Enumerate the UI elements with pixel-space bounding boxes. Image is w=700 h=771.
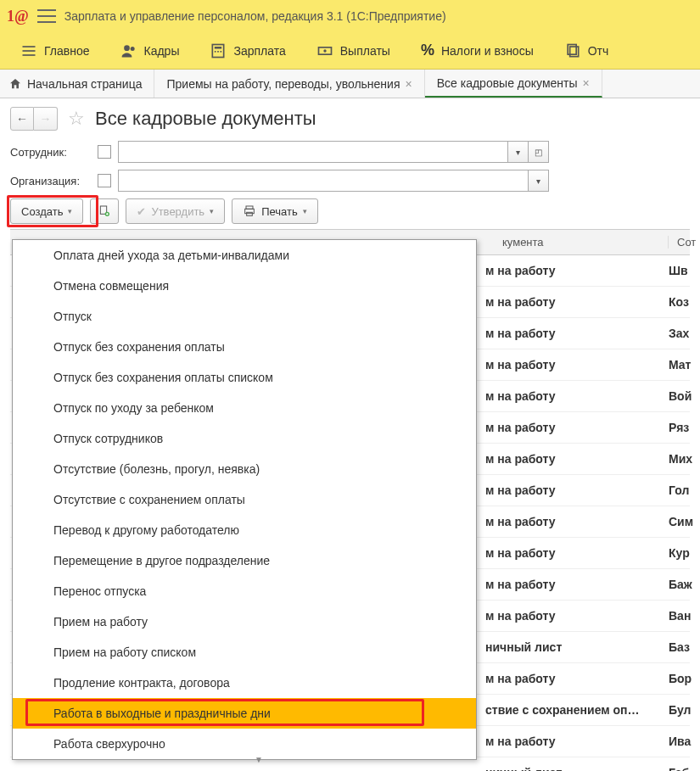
nav-label: Налоги и взносы (441, 44, 534, 58)
org-combo: ▾ (118, 170, 549, 192)
open-button[interactable]: ◰ (529, 141, 549, 163)
calc-icon (210, 42, 227, 59)
dropdown-item[interactable]: Отпуск (13, 301, 476, 332)
svg-rect-7 (215, 51, 216, 53)
nav-label: Зарплата (233, 44, 285, 58)
svg-rect-6 (215, 47, 221, 49)
dropdown-item[interactable]: Работа сверхурочно (13, 729, 476, 759)
filter-label: Организация: (10, 175, 91, 187)
tab-home[interactable]: Начальная страница (0, 70, 154, 98)
svg-rect-2 (23, 54, 36, 56)
print-button[interactable]: Печать ▾ (232, 198, 318, 224)
copy-plus-icon (98, 204, 111, 218)
cell-emp: Баж (669, 578, 700, 591)
nav-kadry[interactable]: Кадры (105, 32, 195, 69)
svg-rect-16 (246, 206, 253, 209)
col-emp[interactable]: Сот (669, 236, 700, 249)
svg-rect-8 (218, 51, 220, 53)
back-button[interactable]: ← (10, 107, 34, 131)
dropdown-button[interactable]: ▾ (529, 170, 549, 192)
copy-icon (564, 42, 581, 59)
caret-down-icon: ▾ (210, 207, 214, 215)
cell-emp: Ван (669, 609, 700, 623)
org-checkbox[interactable] (98, 174, 111, 187)
cell-emp: Кур (669, 546, 700, 560)
nav-vyplaty[interactable]: Выплаты (301, 32, 406, 69)
svg-point-4 (130, 47, 134, 51)
dropdown-item[interactable]: Перенос отпуска (13, 576, 476, 606)
cell-emp: Мат (669, 358, 700, 372)
cell-emp: Габ (669, 766, 700, 771)
approve-button[interactable]: ✔ Утвердить ▾ (126, 198, 225, 224)
dropdown-item[interactable]: Оплата дней ухода за детьми-инвалидами (13, 240, 476, 271)
close-icon[interactable]: × (406, 77, 412, 91)
cell-emp: Коз (669, 295, 700, 309)
dropdown-item[interactable]: Отсутствие (болезнь, прогул, неявка) (13, 454, 476, 484)
dropdown-item[interactable]: Продление контракта, договора (13, 668, 476, 698)
filter-label: Сотрудник: (10, 146, 91, 159)
svg-rect-18 (247, 212, 253, 215)
tab-label: Начальная страница (27, 77, 142, 91)
cell-emp: Бул (669, 703, 700, 717)
hamburger-icon[interactable] (37, 9, 56, 23)
logo-1c: 1@ (7, 8, 29, 25)
list-icon (20, 42, 37, 59)
tab-priem[interactable]: Приемы на работу, переводы, увольнения × (154, 70, 424, 98)
svg-point-11 (323, 49, 326, 52)
dropdown-item[interactable]: Перевод к другому работодателю (13, 515, 476, 545)
svg-rect-1 (23, 50, 36, 52)
dropdown-item[interactable]: Отмена совмещения (13, 271, 476, 301)
filter-org: Организация: ▾ (10, 170, 690, 192)
caret-down-icon: ▾ (303, 207, 307, 215)
cell-emp: Зах (669, 327, 700, 340)
page-title: Все кадровые документы (95, 108, 316, 130)
employee-input[interactable] (118, 141, 508, 163)
svg-rect-9 (221, 51, 222, 53)
dropdown-item[interactable]: Отпуск без сохранения оплаты списком (13, 362, 476, 393)
print-icon (243, 204, 256, 218)
main-nav: Главное Кадры Зарплата Выплаты % Налоги … (0, 32, 700, 70)
close-icon[interactable]: × (583, 76, 590, 90)
nav-label: Кадры (144, 44, 180, 58)
cell-emp: Мих (669, 452, 700, 466)
nav-label: Главное (44, 44, 90, 58)
employee-combo: ▾ ◰ (118, 141, 549, 163)
copy-button[interactable] (90, 198, 119, 224)
dropdown-item[interactable]: Отпуск сотрудников (13, 423, 476, 454)
nav-nalogi[interactable]: % Налоги и взносы (406, 32, 549, 69)
dropdown-item[interactable]: Работа в выходные и праздничные дни (13, 698, 476, 729)
page-header: ← → ☆ Все кадровые документы (10, 107, 690, 131)
dropdown-item[interactable]: Отпуск по уходу за ребенком (13, 393, 476, 423)
dropdown-item[interactable]: Прием на работу списком (13, 637, 476, 668)
dropdown-item[interactable]: Отпуск без сохранения оплаты (13, 332, 476, 362)
star-icon[interactable]: ☆ (64, 107, 88, 131)
employee-checkbox[interactable] (98, 145, 111, 159)
svg-point-3 (124, 45, 130, 51)
nav-otchety[interactable]: Отч (549, 32, 624, 69)
people-icon (120, 42, 137, 59)
dropdown-item[interactable]: Прием на работу (13, 606, 476, 637)
cell-emp: Ива (669, 735, 700, 748)
dropdown-item[interactable]: Перемещение в другое подразделение (13, 545, 476, 576)
cell-emp: Баз (669, 640, 700, 654)
titlebar: 1@ Зарплата и управление персоналом, ред… (0, 0, 700, 32)
forward-button[interactable]: → (34, 107, 58, 131)
tab-kadrovye[interactable]: Все кадровые документы × (425, 70, 602, 98)
home-icon (8, 77, 22, 91)
button-label: Печать (261, 205, 298, 218)
tab-label: Приемы на работу, переводы, увольнения (166, 77, 400, 91)
nav-zarplata[interactable]: Зарплата (194, 32, 300, 69)
org-input[interactable] (118, 170, 529, 192)
nav-main[interactable]: Главное (5, 32, 105, 69)
cell-emp: Шв (669, 264, 700, 277)
tab-label: Все кадровые документы (437, 76, 578, 90)
svg-rect-0 (23, 46, 36, 47)
dropdown-item[interactable]: Отсутствие с сохранением оплаты (13, 484, 476, 515)
create-dropdown: Оплата дней ухода за детьми-инвалидамиОт… (12, 239, 477, 760)
create-button[interactable]: Создать ▾ (10, 198, 83, 224)
button-label: Создать (21, 205, 63, 218)
cell-emp: Вой (669, 389, 700, 403)
cell-emp: Ряз (669, 421, 700, 434)
dropdown-button[interactable]: ▾ (508, 141, 529, 163)
chevron-down-icon: ▼ (255, 755, 263, 764)
